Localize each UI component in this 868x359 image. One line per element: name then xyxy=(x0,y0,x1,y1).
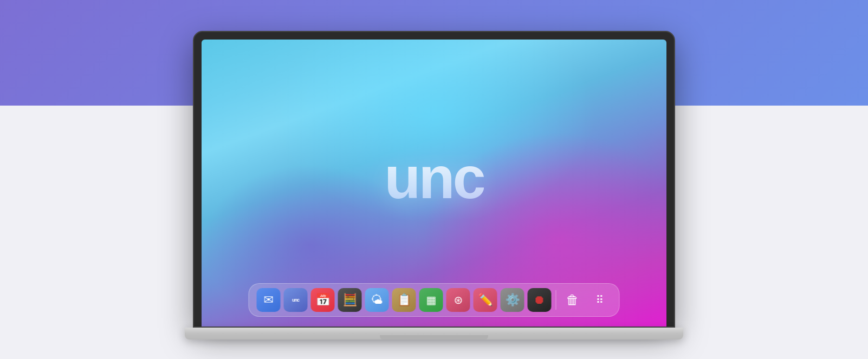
dock: ✉ unc 📅 🧮 🌤 xyxy=(249,283,620,317)
laptop-screen-bezel: unc ✉ unc 📅 🧮 xyxy=(193,31,675,328)
dock-icon-layers[interactable]: ⊛ xyxy=(446,288,470,312)
dock-icon-unc[interactable]: unc xyxy=(284,288,308,312)
dock-icon-calendar[interactable]: 📅 xyxy=(311,288,335,312)
dock-icon-table[interactable]: ▦ xyxy=(419,288,443,312)
dock-icon-notes[interactable]: 📋 xyxy=(392,288,416,312)
dock-icon-record[interactable]: ⏺ xyxy=(528,288,552,312)
dock-icon-grid[interactable]: ⠿ xyxy=(588,288,612,312)
dock-separator xyxy=(556,290,556,310)
dock-icon-calculator[interactable]: 🧮 xyxy=(338,288,362,312)
dock-icon-weather[interactable]: 🌤 xyxy=(365,288,389,312)
dock-icon-pencil[interactable]: ✏️ xyxy=(474,288,497,312)
dock-icon-trash[interactable]: 🗑 xyxy=(561,288,585,312)
unc-logo: unc xyxy=(384,143,484,212)
laptop-screen: unc ✉ unc 📅 🧮 xyxy=(202,40,666,327)
laptop-base xyxy=(185,328,683,340)
dock-icon-settings[interactable]: ⚙️ xyxy=(501,288,524,312)
dock-icon-mail[interactable]: ✉ xyxy=(257,288,281,312)
laptop-mockup: unc ✉ unc 📅 🧮 xyxy=(185,31,683,340)
